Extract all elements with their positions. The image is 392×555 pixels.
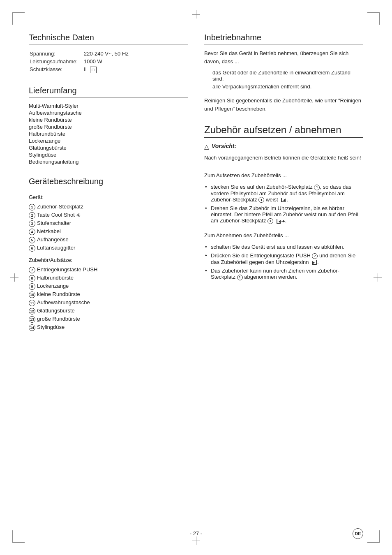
list-item: Stylingdüse: [29, 151, 188, 158]
list-item: das Gerät oder die Zubehörteile in einwa…: [204, 69, 363, 83]
list-item: Drehen Sie das Zubehör im Uhrzeigersinn,…: [204, 204, 363, 225]
warning-icon: △: [204, 143, 209, 150]
zubehoer-label: Zubehör/Aufsätze:: [29, 256, 188, 264]
list-item: 11 Aufbewahrungstasche: [29, 299, 188, 307]
item-text: Netzkabel: [37, 228, 61, 234]
item-ref-1d: 1: [237, 275, 243, 280]
item-ref-1c: 1: [267, 218, 273, 224]
section-title-technische-daten: Technische Daten: [29, 33, 188, 44]
page-number: - 27 -: [190, 530, 202, 536]
item-text: Entriegelungstaste PUSH: [37, 266, 97, 273]
item-text: Lockenzange: [37, 283, 69, 289]
list-item: schalten Sie das Gerät erst aus und lass…: [204, 243, 363, 251]
svg-marker-1: [279, 220, 281, 223]
inbetrieb-list: das Gerät oder die Zubehörteile in einwa…: [204, 69, 363, 90]
item-ref-1b: 1: [258, 197, 264, 203]
list-item: 14 Stylingdüse: [29, 324, 188, 332]
page-footer: - 27 - DE: [0, 530, 392, 536]
item-number: 14: [29, 324, 35, 331]
list-item: 6 Luftansauggitter: [29, 244, 188, 252]
item-text: Taste Cool Shot ✳: [37, 212, 81, 218]
arrow-ccw-icon: [311, 259, 317, 265]
inbetrieb-outro: Reinigen Sie gegebenenfalls die Zubehört…: [204, 97, 363, 113]
crosshair-top: [192, 10, 200, 18]
item-text: Aufbewahrungstasche: [37, 299, 90, 305]
crosshair-bottom: [192, 536, 200, 545]
abnehmen-list: schalten Sie das Gerät erst aus und lass…: [204, 243, 363, 282]
section-technische-daten: Technische Daten Spannung: 220-240 V~, 5…: [29, 33, 188, 74]
lieferumfang-list: Multi-Warmluft-Styler Aufbewahrungstasch…: [29, 102, 188, 165]
list-item: Drücken Sie die Entriegelungstaste PUSH …: [204, 251, 363, 266]
item-number: 7: [29, 267, 35, 273]
list-item: 5 Aufhängeöse: [29, 236, 188, 244]
left-column: Technische Daten Spannung: 220-240 V~, 5…: [29, 33, 188, 343]
section-geraetebeschreibung: Gerätebeschreibung Gerät: 1 Zubehör-Stec…: [29, 177, 188, 332]
item-number: 6: [29, 245, 35, 252]
svg-marker-3: [312, 261, 315, 264]
list-item: 1 Zubehör-Steckplatz: [29, 203, 188, 211]
list-item: 3 Stufenschalter: [29, 219, 188, 227]
table-row: Schutzklasse: II □: [30, 66, 187, 74]
table-row: Leistungsaufnahme: 1000 W: [30, 58, 187, 65]
tech-value: 220-240 V~, 50 Hz: [84, 50, 187, 57]
list-item: Aufbewahrungstasche: [29, 109, 188, 116]
tech-value: II □: [84, 66, 187, 74]
list-item: Bedienungsanleitung: [29, 158, 188, 165]
item-number: 2: [29, 212, 35, 219]
item-number: 9: [29, 283, 35, 290]
svg-marker-2: [283, 220, 285, 222]
right-column: Inbetriebnahme Bevor Sie das Gerät in Be…: [204, 33, 363, 343]
page: Technische Daten Spannung: 220-240 V~, 5…: [0, 0, 392, 555]
tech-value: 1000 W: [84, 58, 187, 65]
list-item: 13 große Rundbürste: [29, 315, 188, 324]
list-item: große Rundbürste: [29, 123, 188, 130]
item-number: 12: [29, 308, 35, 314]
list-item: stecken Sie es auf den Zubehör-Steckplat…: [204, 183, 363, 204]
table-row: Spannung: 220-240 V~, 50 Hz: [30, 50, 187, 57]
warning-block: △ Vorsicht:: [204, 143, 363, 150]
item-number: 3: [29, 220, 35, 227]
list-item: 9 Lockenzange: [29, 282, 188, 291]
tech-data-table: Spannung: 220-240 V~, 50 Hz Leistungsauf…: [29, 49, 188, 74]
protection-symbol: □: [90, 67, 97, 73]
warning-content: Vorsicht:: [212, 143, 236, 149]
list-item: 2 Taste Cool Shot ✳: [29, 211, 188, 219]
item-number: 1: [29, 204, 35, 210]
arrow-sequence-icon: [276, 218, 285, 224]
aufsetzen-label: Zum Aufsetzen des Zubehörteils ...: [204, 171, 363, 180]
item-number: 13: [29, 316, 35, 323]
section-title-inbetriebnahme: Inbetriebnahme: [204, 33, 363, 44]
crosshair-left: [10, 273, 18, 282]
item-text: kleine Rundbürste: [37, 291, 80, 297]
inbetrieb-intro: Bevor Sie das Gerät in Betrieb nehmen, ü…: [204, 49, 363, 65]
language-badge: DE: [353, 528, 363, 539]
svg-marker-0: [283, 199, 286, 202]
geraet-label: Gerät:: [29, 193, 188, 201]
section-title-geraetebeschreibung: Gerätebeschreibung: [29, 177, 188, 188]
tech-label: Schutzklasse:: [30, 66, 83, 74]
arrow-down-left-icon: [281, 197, 286, 203]
list-item: Glättungsbürste: [29, 144, 188, 151]
list-item: Multi-Warmluft-Styler: [29, 102, 188, 109]
aufsetzen-list: stecken Sie es auf den Zubehör-Steckplat…: [204, 183, 363, 225]
item-text: Zubehör-Steckplatz: [37, 204, 83, 210]
list-item: 12 Glättungsbürste: [29, 307, 188, 315]
list-item: Halbrundbürste: [29, 130, 188, 137]
item-text: Glättungsbürste: [37, 308, 75, 314]
corner-mark-tl: [12, 12, 25, 25]
item-number: 8: [29, 275, 35, 282]
cool-shot-icon: ✳: [76, 212, 81, 218]
crosshair-right: [374, 273, 382, 282]
vorsicht-text: Nach vorangegangenem Betrieb können die …: [204, 154, 363, 162]
section-zubehoer-aufsetzen: Zubehör aufsetzen / abnehmen △ Vorsicht:…: [204, 124, 363, 282]
section-inbetriebnahme: Inbetriebnahme Bevor Sie das Gerät in Be…: [204, 33, 363, 113]
section-title-zubehoer: Zubehör aufsetzen / abnehmen: [204, 124, 363, 138]
item-text: Halbrundbürste: [37, 275, 74, 281]
item-ref-7: 7: [312, 253, 318, 259]
zubehoer-list: 7 Entriegelungstaste PUSH 8 Halbrundbürs…: [29, 266, 188, 332]
geraet-list: 1 Zubehör-Steckplatz 2 Taste Cool Shot ✳…: [29, 203, 188, 252]
abnehmen-label: Zum Abnehmen des Zubehörteils ...: [204, 231, 363, 240]
item-number: 11: [29, 300, 35, 306]
list-item: Das Zubehörteil kann nun durch Ziehen vo…: [204, 266, 363, 282]
item-number: 5: [29, 237, 35, 243]
